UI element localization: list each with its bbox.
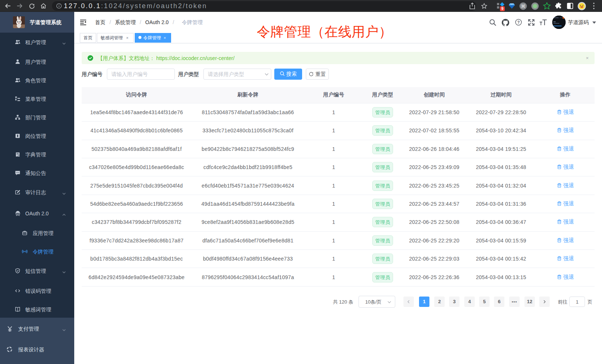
svg-text:⌘: ⌘ bbox=[521, 4, 526, 9]
svg-text:?: ? bbox=[517, 20, 520, 24]
svg-text:9: 9 bbox=[501, 7, 504, 11]
